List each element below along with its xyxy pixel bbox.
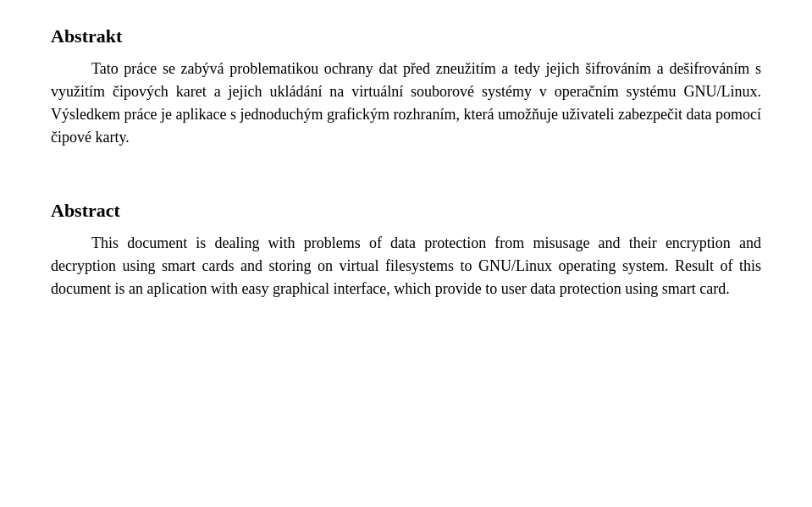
english-abstract-body: This document is dealing with problems o… [51,232,761,300]
czech-abstract-body: Tato práce se zabývá problematikou ochra… [51,58,761,149]
english-abstract-heading: Abstract [51,200,761,222]
czech-abstract-heading: Abstrakt [51,25,761,47]
czech-abstract-block: Abstrakt Tato práce se zabývá problemati… [51,25,761,149]
english-abstract-block: Abstract This document is dealing with p… [51,200,761,300]
